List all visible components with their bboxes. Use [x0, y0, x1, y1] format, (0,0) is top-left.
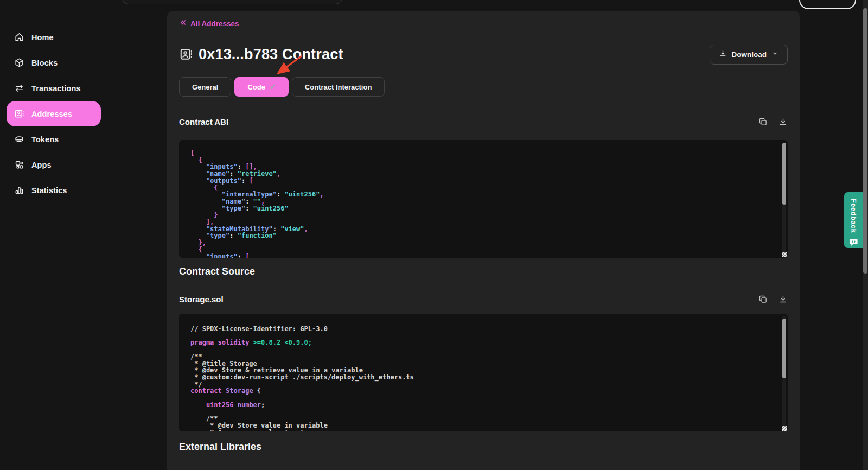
sidebar-item-transactions[interactable]: Transactions — [7, 75, 101, 101]
bar-chart-icon — [14, 185, 24, 195]
tab-contract-interaction[interactable]: Contract Interaction — [292, 77, 385, 97]
sidebar-item-label: Apps — [31, 161, 52, 169]
contract-abi-code-block[interactable]: [ { "inputs": [], "name": "retrieve", "o… — [179, 140, 788, 258]
source-file-name: Storage.sol — [179, 295, 224, 304]
contract-source-code-block[interactable]: // SPDX-License-Identifier: GPL-3.0 prag… — [179, 314, 788, 431]
tab-label: Code — [247, 83, 265, 91]
download-icon — [719, 49, 727, 59]
verified-check-icon: ✓ — [270, 83, 276, 91]
contract-abi-heading: Contract ABI — [179, 117, 228, 126]
contact-card-icon — [14, 109, 24, 119]
back-link-label: All Addresses — [190, 20, 239, 28]
download-abi-icon[interactable] — [778, 117, 788, 126]
sidebar-item-label: Tokens — [31, 135, 59, 144]
download-button-label: Download — [732, 50, 767, 59]
feedback-label: Feedback — [850, 199, 858, 233]
sidebar-item-apps[interactable]: Apps — [7, 152, 101, 177]
feedback-smiley-icon — [849, 238, 858, 249]
download-source-icon[interactable] — [778, 294, 788, 304]
source-resize-grip[interactable] — [782, 426, 787, 431]
download-button[interactable]: Download — [710, 45, 788, 65]
copy-abi-icon[interactable] — [758, 117, 768, 126]
sidebar-item-label: Addresses — [31, 110, 72, 118]
contract-source-heading: Contract Source — [179, 266, 255, 277]
sidebar-item-label: Blocks — [31, 59, 58, 67]
main-panel: All Addresses 0x13...b783 Contract Downl… — [167, 11, 800, 470]
contract-tabs: General Code ✓ Contract Interaction — [179, 77, 788, 97]
search-input[interactable] — [122, 0, 342, 4]
double-chevron-left-icon — [179, 18, 187, 28]
sidebar-item-label: Home — [31, 33, 54, 42]
abi-scrollbar-thumb[interactable] — [782, 143, 786, 205]
contract-source-code: // SPDX-License-Identifier: GPL-3.0 prag… — [179, 314, 788, 431]
back-to-all-addresses-link[interactable]: All Addresses — [179, 18, 239, 29]
external-libraries-heading: External Libraries — [179, 441, 261, 453]
sidebar: Home Blocks Transactions Addresses Token… — [0, 11, 167, 203]
home-icon — [14, 32, 24, 42]
sidebar-item-label: Transactions — [31, 84, 81, 93]
transfer-arrows-icon — [14, 83, 24, 93]
sidebar-item-label: Statistics — [31, 186, 67, 195]
sidebar-item-statistics[interactable]: Statistics — [7, 177, 101, 203]
tab-label: General — [192, 83, 218, 91]
apps-grid-icon — [14, 160, 24, 170]
page-title: 0x13...b783 Contract — [199, 46, 343, 63]
cube-icon — [14, 58, 24, 68]
sidebar-item-blocks[interactable]: Blocks — [7, 50, 101, 75]
contract-abi-code: [ { "inputs": [], "name": "retrieve", "o… — [179, 140, 788, 258]
source-scrollbar-thumb[interactable] — [782, 319, 786, 378]
page-scrollbar-thumb[interactable] — [863, 8, 867, 274]
sidebar-item-addresses[interactable]: Addresses — [7, 101, 101, 126]
sidebar-item-tokens[interactable]: Tokens — [7, 126, 101, 152]
tab-label: Contract Interaction — [305, 83, 372, 91]
copy-source-icon[interactable] — [758, 294, 768, 304]
contact-card-icon — [179, 47, 193, 61]
chevron-down-icon — [771, 50, 778, 59]
tab-code[interactable]: Code ✓ — [234, 77, 288, 97]
sidebar-item-home[interactable]: Home — [7, 24, 101, 50]
connect-wallet-button[interactable] — [799, 0, 856, 9]
coin-icon — [14, 134, 24, 144]
abi-resize-grip[interactable] — [782, 252, 787, 257]
tab-general[interactable]: General — [179, 77, 231, 97]
feedback-button[interactable]: Feedback — [844, 192, 863, 248]
